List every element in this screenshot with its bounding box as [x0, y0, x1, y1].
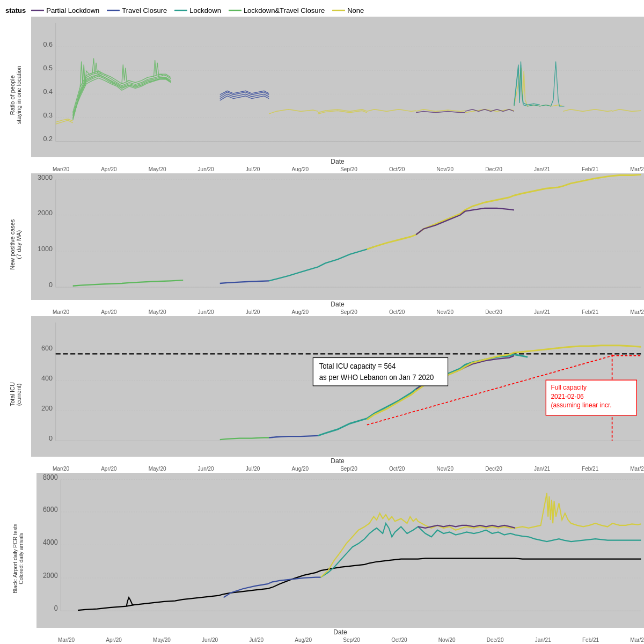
chart-panel-4: Black: Airport daily PCR tests Colored: … — [0, 473, 644, 644]
chart-area-4: 0 2000 4000 6000 8000 — [36, 473, 644, 628]
chart-area-2: 0 1000 2000 3000 — [31, 173, 644, 300]
x-ticks-1: Mar/20Apr/20May/20Jun/20Jul/20Aug/20Sep/… — [31, 166, 644, 173]
svg-text:as per WHO Lebanon on Jan 7 20: as per WHO Lebanon on Jan 7 2020 — [319, 374, 434, 382]
x-axis-label-3: Date — [31, 457, 644, 466]
x-axis-label-2: Date — [31, 300, 644, 309]
svg-text:600: 600 — [41, 344, 53, 352]
svg-text:8000: 8000 — [43, 473, 58, 481]
legend-item-lockdown: Lockdown — [174, 6, 221, 14]
chart-svg-3: 0 200 400 600 — [31, 316, 644, 457]
legend-line-lockdown — [174, 10, 187, 11]
svg-text:0: 0 — [49, 434, 53, 442]
svg-text:Full capacity: Full capacity — [551, 384, 587, 391]
chart-panel-1: Ratio of people staying in one location … — [0, 17, 644, 173]
y-axis-label-1: Ratio of people staying in one location — [0, 17, 31, 173]
chart-svg-4: 0 2000 4000 6000 8000 — [36, 473, 644, 628]
svg-text:3000: 3000 — [38, 173, 53, 181]
x-ticks-4: Mar/20Apr/20May/20Jun/20Jul/20Aug/20Sep/… — [36, 637, 644, 644]
svg-text:Total ICU capacity = 564: Total ICU capacity = 564 — [319, 362, 396, 370]
legend-label-none: None — [347, 6, 364, 14]
x-axis-label-4: Date — [36, 628, 644, 637]
svg-text:4000: 4000 — [43, 538, 58, 547]
svg-text:0.6: 0.6 — [43, 40, 53, 48]
svg-text:2000: 2000 — [43, 571, 58, 580]
svg-text:2000: 2000 — [38, 209, 53, 217]
legend-status-label: status — [5, 6, 26, 14]
legend-item-travel-closure: Travel Closure — [107, 6, 167, 14]
legend-label-travel-closure: Travel Closure — [122, 6, 167, 14]
svg-text:0: 0 — [54, 604, 58, 613]
svg-text:1000: 1000 — [38, 245, 53, 253]
legend-line-lockdown-travel — [229, 10, 241, 11]
y-axis-label-3: Total ICU (current) — [0, 316, 31, 473]
legend-line-travel-closure — [107, 10, 120, 11]
svg-text:2021-02-06: 2021-02-06 — [551, 392, 583, 400]
legend-item-partial-lockdown: Partial Lockdown — [31, 6, 99, 14]
chart-panel-2: New positive cases (7 day MA) 0 1000 200… — [0, 173, 644, 316]
chart-area-3: 0 200 400 600 — [31, 316, 644, 457]
chart-row-3: Total ICU (current) 0 200 400 600 — [0, 316, 644, 473]
main-container: status Partial Lockdown Travel Closure L… — [0, 0, 644, 644]
legend-line-none — [332, 10, 345, 11]
svg-text:0.3: 0.3 — [43, 111, 53, 119]
legend-line-partial-lockdown — [31, 10, 44, 11]
x-axis-label-1: Date — [31, 157, 644, 166]
svg-text:0.2: 0.2 — [43, 135, 53, 143]
chart-panel-3: Total ICU (current) 0 200 400 600 — [0, 316, 644, 473]
svg-text:6000: 6000 — [43, 505, 58, 514]
svg-text:0.4: 0.4 — [43, 87, 53, 96]
svg-text:200: 200 — [41, 404, 53, 412]
chart-row-4: Black: Airport daily PCR tests Colored: … — [0, 473, 644, 644]
legend: status Partial Lockdown Travel Closure L… — [0, 4, 644, 17]
chart-svg-2: 0 1000 2000 3000 — [31, 173, 644, 300]
legend-item-lockdown-travel: Lockdown&Travel Closure — [229, 6, 325, 14]
y-axis-label-4: Black: Airport daily PCR tests Colored: … — [0, 473, 36, 644]
legend-label-lockdown: Lockdown — [189, 6, 221, 14]
x-ticks-2: Mar/20Apr/20May/20Jun/20Jul/20Aug/20Sep/… — [31, 309, 644, 316]
svg-text:(assuming linear incr.: (assuming linear incr. — [551, 401, 611, 409]
x-ticks-3: Mar/20Apr/20May/20Jun/20Jul/20Aug/20Sep/… — [31, 466, 644, 473]
chart-svg-1: 0.2 0.3 0.4 0.5 0.6 — [31, 17, 644, 157]
chart-row-2: New positive cases (7 day MA) 0 1000 200… — [0, 173, 644, 316]
legend-label-partial-lockdown: Partial Lockdown — [46, 6, 99, 14]
legend-label-lockdown-travel: Lockdown&Travel Closure — [244, 6, 325, 14]
svg-text:0.5: 0.5 — [43, 64, 53, 72]
chart-area-1: 0.2 0.3 0.4 0.5 0.6 — [31, 17, 644, 157]
y-axis-label-2: New positive cases (7 day MA) — [0, 173, 31, 316]
chart-row-1: Ratio of people staying in one location … — [0, 17, 644, 173]
svg-text:400: 400 — [41, 374, 53, 382]
legend-item-none: None — [332, 6, 364, 14]
svg-text:0: 0 — [49, 281, 53, 289]
